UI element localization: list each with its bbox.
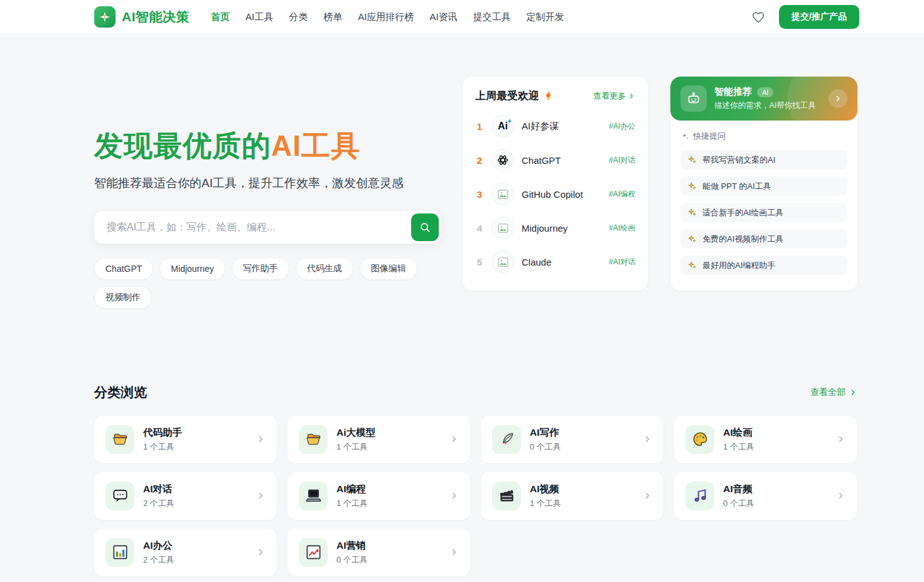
chart-up-icon bbox=[299, 538, 328, 567]
folder-icon bbox=[299, 425, 328, 454]
hot-tag-4[interactable]: 图像编辑 bbox=[360, 257, 417, 280]
palette-icon bbox=[685, 425, 714, 454]
bar-chart-icon bbox=[105, 538, 134, 567]
category-name: AI编程 bbox=[336, 483, 368, 496]
popular-list: 1 Ai AI好参谋 #AI办公 2 ChatGPT #AI对话 3 GitHu… bbox=[475, 109, 635, 279]
tool-logo bbox=[492, 251, 514, 273]
chevron-right-icon bbox=[628, 92, 635, 100]
site-logo[interactable]: AI智能决策 bbox=[94, 6, 190, 28]
nav-item-0[interactable]: 首页 bbox=[211, 11, 230, 23]
category-name: AI对话 bbox=[143, 483, 175, 496]
category-card-3[interactable]: AI绘画 1 个工具 bbox=[674, 416, 857, 463]
chevron-right-icon bbox=[643, 434, 652, 444]
popular-item-2[interactable]: 3 GitHub Copilot #AI编程 bbox=[475, 177, 635, 211]
category-name: AI音频 bbox=[723, 483, 755, 496]
recommend-title: 智能推荐 bbox=[714, 86, 752, 98]
main-nav: 首页AI工具分类榜单AI应用排行榜AI资讯提交工具定制开发 bbox=[211, 11, 564, 23]
search-input[interactable] bbox=[107, 222, 411, 233]
quick-question-3[interactable]: 免费的AI视频制作工具 bbox=[680, 229, 847, 249]
category-card-7[interactable]: AI音频 0 个工具 bbox=[674, 472, 857, 520]
laptop-icon bbox=[299, 482, 328, 510]
category-name: AI绘画 bbox=[723, 426, 755, 439]
hot-tag-0[interactable]: ChatGPT bbox=[94, 257, 153, 280]
categories-grid: 代码助手 1 个工具 Ai大模型 1 个工具 AI写作 0 个工具 AI绘画 1… bbox=[94, 416, 857, 576]
category-name: AI视频 bbox=[530, 483, 561, 496]
tool-category-tag: #AI对话 bbox=[609, 257, 635, 267]
categories-title: 分类浏览 bbox=[94, 384, 147, 401]
nav-item-3[interactable]: 榜单 bbox=[323, 11, 342, 23]
hot-tag-1[interactable]: Midjourney bbox=[159, 257, 225, 280]
tool-category-tag: #AI对话 bbox=[609, 155, 635, 166]
music-icon bbox=[685, 482, 714, 510]
view-more-link[interactable]: 查看更多 bbox=[593, 90, 635, 102]
nav-item-5[interactable]: AI资讯 bbox=[429, 11, 457, 23]
nav-item-2[interactable]: 分类 bbox=[289, 11, 308, 23]
rank-number: 1 bbox=[475, 121, 484, 132]
nav-item-4[interactable]: AI应用排行榜 bbox=[358, 11, 414, 23]
category-card-5[interactable]: AI编程 1 个工具 bbox=[287, 472, 470, 520]
robot-icon bbox=[680, 85, 707, 112]
popular-item-1[interactable]: 2 ChatGPT #AI对话 bbox=[475, 143, 635, 177]
quick-question-0[interactable]: 帮我写营销文案的AI bbox=[680, 150, 847, 170]
quick-question-4[interactable]: 最好用的AI编程助手 bbox=[680, 256, 847, 275]
chevron-right-icon bbox=[643, 491, 652, 500]
tool-category-tag: #AI绘画 bbox=[609, 223, 635, 234]
quick-question-2[interactable]: 适合新手的AI绘画工具 bbox=[680, 203, 847, 222]
question-text: 帮我写营销文案的AI bbox=[702, 154, 775, 166]
category-card-2[interactable]: AI写作 0 个工具 bbox=[481, 416, 663, 463]
category-count: 0 个工具 bbox=[336, 554, 368, 566]
favorites-button[interactable] bbox=[751, 10, 765, 24]
category-count: 0 个工具 bbox=[723, 498, 755, 509]
category-name: AI写作 bbox=[530, 426, 561, 439]
tool-logo bbox=[492, 217, 514, 239]
category-card-1[interactable]: Ai大模型 1 个工具 bbox=[287, 416, 470, 463]
popular-item-0[interactable]: 1 Ai AI好参谋 #AI办公 bbox=[475, 109, 635, 143]
heart-icon bbox=[751, 10, 765, 24]
search-bar bbox=[94, 211, 441, 244]
nav-item-1[interactable]: AI工具 bbox=[245, 11, 273, 23]
view-all-link[interactable]: 查看全部 bbox=[810, 387, 857, 398]
question-text: 免费的AI视频制作工具 bbox=[702, 234, 783, 245]
sparkle-icon bbox=[687, 261, 697, 270]
category-count: 2 个工具 bbox=[143, 554, 175, 566]
category-card-9[interactable]: AI营销 0 个工具 bbox=[287, 529, 470, 576]
hot-tag-5[interactable]: 视频制作 bbox=[94, 286, 152, 309]
category-name: Ai大模型 bbox=[336, 426, 375, 439]
popular-card: 上周最受欢迎 查看更多 1 Ai AI好参谋 #AI办公 2 bbox=[463, 77, 648, 291]
flame-icon bbox=[543, 90, 554, 101]
sparkle-icon bbox=[687, 208, 697, 217]
recommend-banner[interactable]: 智能推荐 AI 描述你的需求，AI帮你找工具 bbox=[670, 77, 857, 121]
submit-product-button[interactable]: 提交/推广产品 bbox=[779, 5, 859, 29]
chevron-right-icon[interactable] bbox=[829, 89, 847, 108]
popular-item-4[interactable]: 5 Claude #AI对话 bbox=[475, 245, 635, 279]
chevron-right-icon bbox=[849, 388, 857, 397]
search-icon bbox=[419, 221, 431, 234]
category-name: 代码助手 bbox=[143, 426, 182, 439]
sparkle-icon bbox=[687, 234, 697, 244]
category-count: 1 个工具 bbox=[143, 441, 182, 453]
hot-tag-2[interactable]: 写作助手 bbox=[232, 257, 289, 280]
tool-category-tag: #AI编程 bbox=[609, 189, 635, 200]
rank-number: 5 bbox=[475, 257, 484, 267]
category-card-8[interactable]: AI办公 2 个工具 bbox=[94, 529, 277, 576]
chevron-right-icon bbox=[836, 491, 846, 500]
quick-question-1[interactable]: 能做 PPT 的AI工具 bbox=[680, 176, 847, 196]
category-name: AI办公 bbox=[143, 539, 175, 552]
category-card-0[interactable]: 代码助手 1 个工具 bbox=[94, 416, 277, 463]
chevron-right-icon bbox=[449, 491, 459, 500]
category-card-4[interactable]: AI对话 2 个工具 bbox=[94, 472, 277, 520]
search-button[interactable] bbox=[411, 213, 439, 241]
category-count: 2 个工具 bbox=[143, 498, 175, 509]
chevron-right-icon bbox=[256, 491, 266, 500]
nav-item-6[interactable]: 提交工具 bbox=[473, 11, 511, 23]
chevron-right-icon bbox=[256, 434, 266, 444]
recommend-subtitle: 描述你的需求，AI帮你找工具 bbox=[714, 100, 821, 111]
popular-item-3[interactable]: 4 Midjourney #AI绘画 bbox=[475, 211, 635, 245]
nav-item-7[interactable]: 定制开发 bbox=[527, 11, 564, 23]
hot-tag-3[interactable]: 代码生成 bbox=[296, 257, 353, 280]
title-orange: AI工具 bbox=[271, 129, 360, 162]
top-navbar: AI智能决策 首页AI工具分类榜单AI应用排行榜AI资讯提交工具定制开发 提交/… bbox=[0, 0, 924, 35]
category-card-6[interactable]: AI视频 1 个工具 bbox=[481, 472, 663, 520]
tool-name: Claude bbox=[522, 257, 601, 267]
tool-name: GitHub Copilot bbox=[522, 189, 601, 200]
